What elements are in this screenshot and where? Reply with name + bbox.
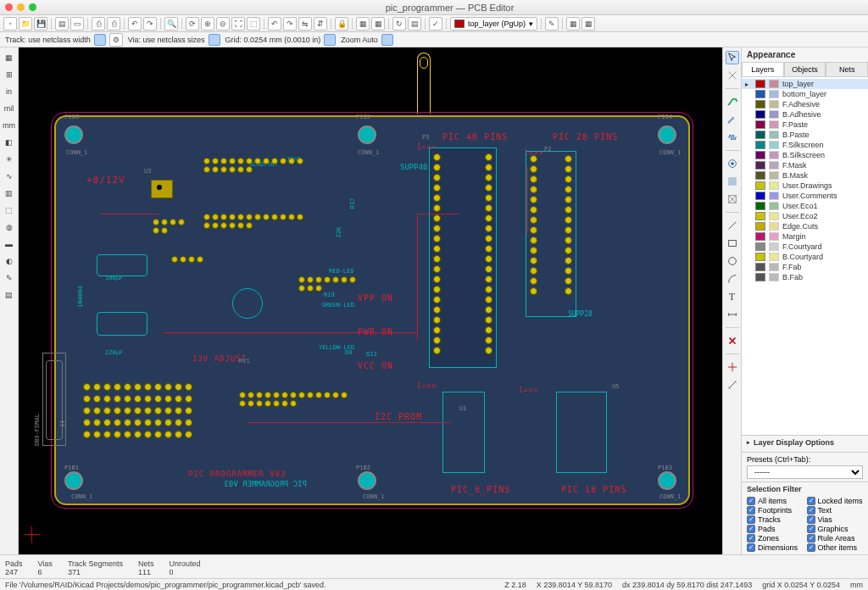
filter-check[interactable]: Footprints <box>747 506 804 515</box>
grid-icon[interactable]: ▦ <box>3 51 16 64</box>
filter-check[interactable]: Zones <box>747 534 804 543</box>
layer-item[interactable]: F.Mask <box>742 160 868 170</box>
schematic-button[interactable]: ▤ <box>408 17 421 31</box>
grid-combo[interactable] <box>324 34 336 46</box>
outline-pad-icon[interactable]: ⬚ <box>3 203 16 217</box>
footprint-viewer-button[interactable]: ▦ <box>371 17 385 31</box>
socket-u1[interactable] <box>442 392 485 473</box>
layer-item[interactable]: B.Silkscreen <box>742 150 868 160</box>
cap-c2[interactable] <box>97 312 147 336</box>
mounting-hole[interactable] <box>358 125 376 144</box>
socket-p2[interactable] <box>526 151 576 317</box>
mirror-v-button[interactable]: ⇵ <box>314 17 327 31</box>
mounting-hole[interactable] <box>658 125 676 144</box>
net-highlight-icon[interactable]: ✎ <box>3 271 16 285</box>
polar-icon[interactable]: ⊞ <box>3 68 16 81</box>
layer-manager-icon[interactable]: ▤ <box>3 288 16 302</box>
mounting-hole[interactable] <box>64 125 83 144</box>
layer-item[interactable]: bottom_layer <box>742 89 868 99</box>
new-button[interactable]: ▫ <box>3 17 17 31</box>
highlight-net-icon[interactable] <box>726 69 739 82</box>
chip-u3[interactable] <box>151 180 173 198</box>
outline-track-icon[interactable]: ▬ <box>3 237 16 251</box>
track-width-combo[interactable] <box>94 34 106 46</box>
fill-zones-button[interactable]: ▦ <box>581 17 595 31</box>
outline-via-icon[interactable]: ◍ <box>3 220 16 234</box>
layer-item[interactable]: Edge.Cuts <box>742 221 868 231</box>
plot-button[interactable]: ⎙ <box>107 17 120 31</box>
via-size-combo[interactable] <box>209 34 220 46</box>
layer-item[interactable]: User.Eco2 <box>742 211 868 221</box>
add-dimension-icon[interactable] <box>726 308 739 321</box>
draw-line-icon[interactable] <box>726 219 739 232</box>
tune-track-icon[interactable] <box>726 131 739 144</box>
filter-check[interactable]: Dimensions <box>747 543 804 552</box>
filter-check[interactable]: Tracks <box>747 515 804 524</box>
layer-item[interactable]: User.Drawings <box>742 181 868 191</box>
layer-list[interactable]: ▸ top_layer bottom_layer F.Adhesive B.Ad… <box>742 77 868 435</box>
print-button[interactable]: ⎙ <box>92 17 105 31</box>
pad-cluster[interactable] <box>171 256 205 263</box>
rotate-cw-button[interactable]: ↷ <box>283 17 297 31</box>
filter-check[interactable]: Locked items <box>807 497 864 505</box>
pcb-canvas[interactable]: DB9-FEMAL P106 P105 P104 P101 P102 P103 … <box>19 47 722 554</box>
cap-c1[interactable] <box>97 254 147 276</box>
layer-item[interactable]: Margin <box>742 231 868 242</box>
socket-p3[interactable] <box>429 148 497 368</box>
drc-button[interactable]: ✓ <box>429 17 442 31</box>
route-diff-icon[interactable] <box>726 113 739 126</box>
filter-check[interactable]: Rule Areas <box>807 534 864 543</box>
cursor-icon[interactable]: ◧ <box>3 136 16 149</box>
tab-layers[interactable]: Layers <box>742 62 784 76</box>
layer-item[interactable]: F.Adhesive <box>742 99 868 109</box>
pad-cluster[interactable] <box>298 276 358 292</box>
pad-cluster[interactable] <box>239 392 349 407</box>
layer-item[interactable]: B.Courtyard <box>742 252 868 262</box>
draw-circle-icon[interactable] <box>726 254 739 268</box>
select-tool-icon[interactable] <box>726 51 739 64</box>
layer-item[interactable]: F.Fab <box>742 262 868 272</box>
zoom-fit-button[interactable]: ⛶ <box>231 17 245 31</box>
find-button[interactable]: 🔍 <box>164 17 178 31</box>
tab-objects[interactable]: Objects <box>784 62 826 76</box>
rotate-ccw-button[interactable]: ↶ <box>268 17 281 31</box>
ratsnest-curve-icon[interactable]: ∿ <box>3 170 16 183</box>
layer-item[interactable]: B.Fab <box>742 272 868 282</box>
update-pcb-button[interactable]: ↻ <box>392 17 406 31</box>
draw-rect-icon[interactable] <box>726 237 739 250</box>
j1-area[interactable] <box>83 383 210 451</box>
add-zone-icon[interactable] <box>726 175 739 188</box>
mirror-h-button[interactable]: ⇋ <box>298 17 312 31</box>
delete-icon[interactable] <box>726 334 739 348</box>
scripting-button[interactable]: ✎ <box>545 17 559 31</box>
filter-check[interactable]: Pads <box>747 525 804 533</box>
lock-button[interactable]: 🔒 <box>335 17 348 31</box>
pad-cluster[interactable] <box>203 158 305 173</box>
layer-item[interactable]: F.Silkscreen <box>742 140 868 150</box>
close-icon[interactable] <box>5 3 13 11</box>
filter-check[interactable]: Vias <box>807 515 864 524</box>
draw-arc-icon[interactable] <box>726 272 739 286</box>
layer-combo[interactable]: top_layer (PgUp) ▾ <box>450 17 537 31</box>
mounting-hole[interactable] <box>358 471 376 490</box>
route-track-icon[interactable] <box>726 95 739 109</box>
undo-button[interactable]: ↶ <box>128 17 142 31</box>
add-rule-area-icon[interactable] <box>726 192 739 206</box>
layer-item[interactable]: User.Comments <box>742 191 868 201</box>
tab-nets[interactable]: Nets <box>826 62 868 76</box>
minimize-icon[interactable] <box>17 3 25 11</box>
filter-check[interactable]: Other items <box>807 543 864 552</box>
zoom-combo[interactable] <box>381 34 393 46</box>
filter-check[interactable]: Graphics <box>807 525 864 533</box>
set-origin-icon[interactable] <box>726 360 739 374</box>
zoom-in-button[interactable]: ⊕ <box>201 17 214 31</box>
page-settings-button[interactable]: ▭ <box>70 17 84 31</box>
zoom-out-button[interactable]: ⊖ <box>216 17 230 31</box>
filter-check[interactable]: All items <box>747 497 804 505</box>
mil-unit-button[interactable]: mil <box>3 102 16 115</box>
open-button[interactable]: 📁 <box>19 17 32 31</box>
layer-item[interactable]: ▸ top_layer <box>742 79 868 89</box>
layer-item[interactable]: B.Paste <box>742 130 868 140</box>
layer-item[interactable]: User.Eco1 <box>742 201 868 211</box>
rv1-pot[interactable] <box>232 288 263 319</box>
